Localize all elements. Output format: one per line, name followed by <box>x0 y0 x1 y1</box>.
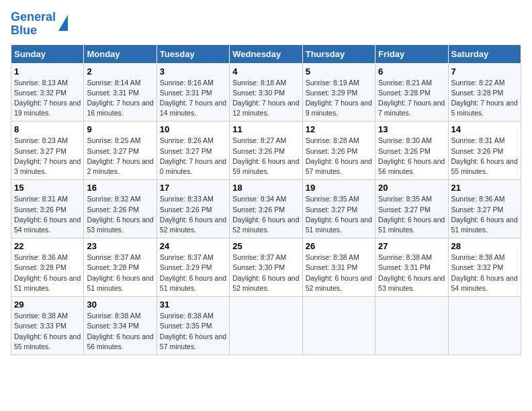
day-info: Sunrise: 8:38 AMSunset: 3:35 PMDaylight:… <box>160 312 226 351</box>
week-row-3: 15 Sunrise: 8:31 AMSunset: 3:26 PMDaylig… <box>11 180 521 238</box>
day-number: 1 <box>14 66 81 77</box>
column-header-tuesday: Tuesday <box>157 44 229 63</box>
calendar-cell: 1 Sunrise: 8:13 AMSunset: 3:32 PMDayligh… <box>11 63 84 122</box>
calendar-cell: 7 Sunrise: 8:22 AMSunset: 3:28 PMDayligh… <box>448 63 521 122</box>
logo-line2: Blue <box>11 24 56 38</box>
day-number: 24 <box>160 241 226 251</box>
column-header-thursday: Thursday <box>302 44 375 63</box>
calendar-cell: 31 Sunrise: 8:38 AMSunset: 3:35 PMDaylig… <box>157 297 229 355</box>
calendar-cell <box>448 297 521 355</box>
day-info: Sunrise: 8:33 AMSunset: 3:26 PMDaylight:… <box>160 195 226 234</box>
day-number: 4 <box>232 66 299 77</box>
header-row: SundayMondayTuesdayWednesdayThursdayFrid… <box>11 44 521 63</box>
day-number: 11 <box>232 124 299 134</box>
calendar-cell: 30 Sunrise: 8:38 AMSunset: 3:34 PMDaylig… <box>84 297 157 355</box>
day-info: Sunrise: 8:37 AMSunset: 3:28 PMDaylight:… <box>87 253 153 292</box>
week-row-4: 22 Sunrise: 8:36 AMSunset: 3:28 PMDaylig… <box>11 238 521 297</box>
calendar-cell: 24 Sunrise: 8:37 AMSunset: 3:29 PMDaylig… <box>157 238 229 297</box>
day-info: Sunrise: 8:30 AMSunset: 3:26 PMDaylight:… <box>378 136 445 175</box>
calendar-cell: 11 Sunrise: 8:27 AMSunset: 3:26 PMDaylig… <box>230 122 302 180</box>
day-info: Sunrise: 8:23 AMSunset: 3:27 PMDaylight:… <box>14 136 81 175</box>
day-info: Sunrise: 8:18 AMSunset: 3:30 PMDaylight:… <box>232 79 299 118</box>
calendar-cell: 21 Sunrise: 8:36 AMSunset: 3:27 PMDaylig… <box>448 180 521 238</box>
calendar-cell <box>230 297 302 355</box>
calendar-cell: 2 Sunrise: 8:14 AMSunset: 3:31 PMDayligh… <box>84 63 157 122</box>
calendar-cell: 14 Sunrise: 8:31 AMSunset: 3:26 PMDaylig… <box>448 122 521 180</box>
calendar-cell: 22 Sunrise: 8:36 AMSunset: 3:28 PMDaylig… <box>11 238 84 297</box>
day-info: Sunrise: 8:22 AMSunset: 3:28 PMDaylight:… <box>451 79 518 118</box>
day-number: 31 <box>160 300 226 310</box>
day-number: 8 <box>14 124 81 134</box>
week-row-2: 8 Sunrise: 8:23 AMSunset: 3:27 PMDayligh… <box>11 122 521 180</box>
day-number: 6 <box>378 66 445 77</box>
day-number: 10 <box>160 124 226 134</box>
day-number: 19 <box>306 183 372 193</box>
day-info: Sunrise: 8:37 AMSunset: 3:30 PMDaylight:… <box>232 253 299 292</box>
calendar-cell: 28 Sunrise: 8:38 AMSunset: 3:32 PMDaylig… <box>448 238 521 297</box>
calendar-cell: 8 Sunrise: 8:23 AMSunset: 3:27 PMDayligh… <box>11 122 84 180</box>
day-info: Sunrise: 8:26 AMSunset: 3:27 PMDaylight:… <box>160 136 226 175</box>
day-info: Sunrise: 8:27 AMSunset: 3:26 PMDaylight:… <box>232 136 299 175</box>
week-row-1: 1 Sunrise: 8:13 AMSunset: 3:32 PMDayligh… <box>11 63 521 122</box>
calendar-cell: 15 Sunrise: 8:31 AMSunset: 3:26 PMDaylig… <box>11 180 84 238</box>
day-number: 27 <box>378 241 445 251</box>
day-number: 15 <box>14 183 81 193</box>
calendar-cell: 10 Sunrise: 8:26 AMSunset: 3:27 PMDaylig… <box>157 122 229 180</box>
calendar-cell: 26 Sunrise: 8:38 AMSunset: 3:31 PMDaylig… <box>302 238 375 297</box>
day-number: 20 <box>378 183 445 193</box>
day-info: Sunrise: 8:21 AMSunset: 3:28 PMDaylight:… <box>378 79 445 118</box>
day-number: 9 <box>87 124 153 134</box>
column-header-friday: Friday <box>375 44 448 63</box>
day-number: 3 <box>160 66 226 77</box>
day-info: Sunrise: 8:19 AMSunset: 3:29 PMDaylight:… <box>306 79 372 118</box>
column-header-sunday: Sunday <box>11 44 84 63</box>
header: General Blue <box>11 11 521 38</box>
day-number: 25 <box>232 241 299 251</box>
day-info: Sunrise: 8:32 AMSunset: 3:26 PMDaylight:… <box>87 195 153 234</box>
calendar-cell: 27 Sunrise: 8:38 AMSunset: 3:31 PMDaylig… <box>375 238 448 297</box>
calendar-table: SundayMondayTuesdayWednesdayThursdayFrid… <box>11 44 521 355</box>
day-number: 22 <box>14 241 81 251</box>
day-info: Sunrise: 8:31 AMSunset: 3:26 PMDaylight:… <box>14 195 81 234</box>
calendar-cell: 6 Sunrise: 8:21 AMSunset: 3:28 PMDayligh… <box>375 63 448 122</box>
logo-text-block: General Blue <box>11 11 56 38</box>
column-header-monday: Monday <box>84 44 157 63</box>
day-info: Sunrise: 8:35 AMSunset: 3:27 PMDaylight:… <box>378 195 445 234</box>
calendar-cell: 5 Sunrise: 8:19 AMSunset: 3:29 PMDayligh… <box>302 63 375 122</box>
logo-line1: General <box>11 11 56 24</box>
calendar-cell: 4 Sunrise: 8:18 AMSunset: 3:30 PMDayligh… <box>230 63 302 122</box>
day-number: 17 <box>160 183 226 193</box>
day-info: Sunrise: 8:35 AMSunset: 3:27 PMDaylight:… <box>306 195 372 234</box>
day-number: 14 <box>451 124 518 134</box>
calendar-cell: 12 Sunrise: 8:28 AMSunset: 3:26 PMDaylig… <box>302 122 375 180</box>
day-info: Sunrise: 8:38 AMSunset: 3:31 PMDaylight:… <box>306 253 372 292</box>
day-info: Sunrise: 8:34 AMSunset: 3:26 PMDaylight:… <box>232 195 299 234</box>
column-header-wednesday: Wednesday <box>230 44 302 63</box>
day-info: Sunrise: 8:28 AMSunset: 3:26 PMDaylight:… <box>306 136 372 175</box>
calendar-cell: 25 Sunrise: 8:37 AMSunset: 3:30 PMDaylig… <box>230 238 302 297</box>
calendar-cell: 13 Sunrise: 8:30 AMSunset: 3:26 PMDaylig… <box>375 122 448 180</box>
calendar-cell: 3 Sunrise: 8:16 AMSunset: 3:31 PMDayligh… <box>157 63 229 122</box>
day-info: Sunrise: 8:31 AMSunset: 3:26 PMDaylight:… <box>451 136 518 175</box>
day-number: 5 <box>306 66 372 77</box>
calendar-cell: 17 Sunrise: 8:33 AMSunset: 3:26 PMDaylig… <box>157 180 229 238</box>
day-number: 26 <box>306 241 372 251</box>
day-info: Sunrise: 8:36 AMSunset: 3:28 PMDaylight:… <box>14 253 81 292</box>
day-info: Sunrise: 8:38 AMSunset: 3:33 PMDaylight:… <box>14 312 81 351</box>
day-info: Sunrise: 8:13 AMSunset: 3:32 PMDaylight:… <box>14 79 81 118</box>
calendar-cell: 20 Sunrise: 8:35 AMSunset: 3:27 PMDaylig… <box>375 180 448 238</box>
day-number: 28 <box>451 241 518 251</box>
day-number: 2 <box>87 66 153 77</box>
logo-triangle-icon <box>58 15 68 31</box>
day-number: 29 <box>14 300 81 310</box>
day-info: Sunrise: 8:25 AMSunset: 3:27 PMDaylight:… <box>87 136 153 175</box>
calendar-cell <box>302 297 375 355</box>
calendar-cell: 9 Sunrise: 8:25 AMSunset: 3:27 PMDayligh… <box>84 122 157 180</box>
day-number: 18 <box>232 183 299 193</box>
calendar-cell <box>375 297 448 355</box>
calendar-cell: 29 Sunrise: 8:38 AMSunset: 3:33 PMDaylig… <box>11 297 84 355</box>
day-number: 30 <box>87 300 153 310</box>
day-info: Sunrise: 8:36 AMSunset: 3:27 PMDaylight:… <box>451 195 518 234</box>
calendar-cell: 16 Sunrise: 8:32 AMSunset: 3:26 PMDaylig… <box>84 180 157 238</box>
calendar-cell: 23 Sunrise: 8:37 AMSunset: 3:28 PMDaylig… <box>84 238 157 297</box>
